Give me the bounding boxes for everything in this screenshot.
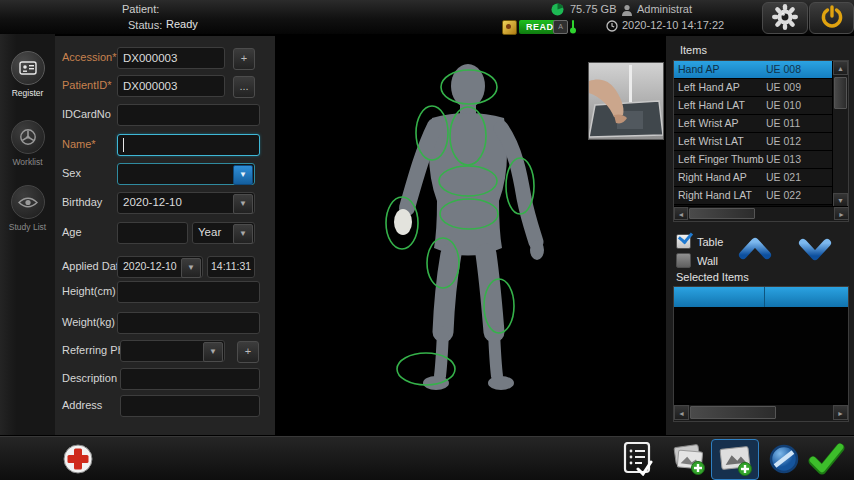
power-icon (820, 5, 844, 31)
move-up-button[interactable] (736, 233, 774, 267)
scroll-thumb[interactable] (690, 406, 776, 419)
applied-date-row: Applied Date 2020-12-10 ▼ 14:11:31 (55, 256, 275, 280)
age-input[interactable] (117, 222, 188, 244)
item-code: UE 022 (766, 187, 834, 204)
item-row[interactable]: Right Hand APUE 021 (674, 169, 834, 187)
address-input[interactable] (120, 395, 260, 417)
header-cell (765, 287, 848, 307)
applied-date-select[interactable]: 2020-12-10 ▼ (117, 256, 203, 278)
scroll-left-icon[interactable]: ◄ (674, 405, 689, 420)
scroll-thumb[interactable] (689, 208, 755, 219)
referring-select[interactable]: ▼ (120, 340, 225, 362)
age-unit-select[interactable]: Year ▼ (192, 222, 255, 244)
emergency-patient-button[interactable] (62, 443, 94, 475)
sex-select[interactable]: ▼ (117, 163, 255, 185)
datetime-text: 2020-12-10 14:17:22 (622, 19, 724, 31)
selected-items-body[interactable] (674, 307, 848, 403)
items-list-rows: Hand APUE 008Left Hand APUE 009Left Hand… (674, 61, 834, 207)
sidebar-item-worklist[interactable]: Worklist (0, 120, 55, 167)
status-value: Ready (166, 18, 198, 30)
items-horizontal-scrollbar[interactable]: ◄ ► (674, 206, 848, 221)
selected-horizontal-scrollbar[interactable]: ◄ ► (674, 404, 848, 421)
patient-id-label: PatientID* (62, 79, 112, 91)
age-label: Age (62, 226, 82, 238)
item-code: UE 011 (766, 115, 834, 132)
name-input[interactable] (117, 134, 260, 156)
address-label: Address (62, 399, 102, 411)
birthday-label: Birthday (62, 196, 102, 208)
move-down-button[interactable] (796, 233, 834, 267)
text-caret (123, 138, 124, 152)
clock-icon (606, 20, 618, 34)
sidebar-item-label: Worklist (0, 157, 55, 167)
item-row[interactable]: Left Finger ThumbUE 013 (674, 151, 834, 169)
item-name: Hand AP (674, 61, 766, 78)
gear-icon (772, 4, 798, 32)
selected-items-header (674, 287, 848, 307)
item-name: Right Hand LAT (674, 187, 766, 204)
applied-time-field[interactable]: 14:11:31 (207, 256, 255, 278)
wall-checkbox[interactable] (676, 253, 691, 268)
patient-id-browse-button[interactable]: ... (233, 76, 255, 98)
accession-label: Accession* (62, 51, 116, 63)
chevron-down-icon[interactable]: ▼ (233, 165, 253, 185)
positioning-thumbnail (588, 62, 664, 140)
chevron-down-icon[interactable]: ▼ (233, 194, 253, 214)
item-row[interactable]: Left Wrist APUE 011 (674, 115, 834, 133)
applied-time-value: 14:11:31 (211, 260, 251, 272)
referring-add-button[interactable]: + (237, 341, 259, 363)
sex-row: Sex ▼ (55, 163, 275, 187)
settings-button[interactable] (762, 2, 808, 34)
description-input[interactable] (120, 368, 260, 390)
item-row[interactable]: Hand APUE 008 (674, 61, 834, 79)
status-label: Status: (128, 19, 162, 31)
weight-row: Weight(kg) (55, 312, 275, 336)
sidebar: Register Worklist Study List (0, 34, 55, 435)
scroll-right-icon[interactable]: ► (833, 405, 848, 420)
confirm-button[interactable] (806, 441, 846, 477)
sidebar-item-register[interactable]: Register (0, 51, 55, 98)
item-row[interactable]: Left Wrist LATUE 012 (674, 133, 834, 151)
height-input[interactable] (117, 281, 260, 303)
add-image-button[interactable] (711, 439, 759, 480)
item-row[interactable]: Right Hand LATUE 022 (674, 187, 834, 205)
worklist-details-button[interactable] (620, 441, 656, 477)
scroll-right-icon[interactable]: ► (834, 207, 849, 220)
add-study-button[interactable] (668, 442, 708, 476)
scroll-down-icon[interactable]: ▼ (833, 193, 848, 207)
selected-items-table: ◄ ► (673, 286, 849, 422)
scroll-left-icon[interactable]: ◄ (674, 207, 688, 220)
sidebar-item-study-list[interactable]: Study List (0, 185, 55, 232)
power-button[interactable] (809, 2, 854, 34)
applied-date-value: 2020-12-10 (123, 260, 177, 272)
cancel-study-button[interactable] (768, 443, 800, 475)
accession-add-button[interactable]: + (233, 48, 255, 70)
item-row[interactable]: Left Hand LATUE 010 (674, 97, 834, 115)
chevron-down-icon[interactable]: ▼ (233, 224, 253, 244)
description-row: Description (55, 368, 275, 392)
birthday-row: Birthday 2020-12-10 ▼ (55, 192, 275, 216)
highlighted-hand (394, 209, 412, 235)
weight-input[interactable] (117, 312, 260, 334)
chevron-up-icon (736, 233, 774, 265)
items-vertical-scrollbar[interactable]: ▲ ▼ (832, 61, 848, 207)
id-card-input[interactable] (117, 104, 260, 126)
item-name: Left Finger Thumb (674, 151, 766, 168)
wall-check-row[interactable]: Wall (676, 253, 718, 268)
item-name: Left Wrist LAT (674, 133, 766, 150)
table-check-row[interactable]: Table (676, 234, 723, 249)
accession-input[interactable] (117, 47, 225, 69)
age-row: Age Year ▼ (55, 222, 275, 246)
item-name: Left Hand LAT (674, 97, 766, 114)
chevron-down-icon[interactable]: ▼ (181, 258, 201, 278)
scroll-thumb[interactable] (834, 77, 847, 109)
birthday-select[interactable]: 2020-12-10 ▼ (117, 192, 255, 214)
selected-items-label: Selected Items (676, 271, 749, 283)
scroll-up-icon[interactable]: ▲ (833, 61, 848, 75)
item-row[interactable]: Left Hand APUE 009 (674, 79, 834, 97)
address-row: Address (55, 395, 275, 419)
patient-id-input[interactable] (117, 75, 225, 97)
table-checkbox[interactable] (676, 234, 691, 249)
items-list: Hand APUE 008Left Hand APUE 009Left Hand… (673, 60, 849, 222)
chevron-down-icon[interactable]: ▼ (203, 342, 223, 362)
